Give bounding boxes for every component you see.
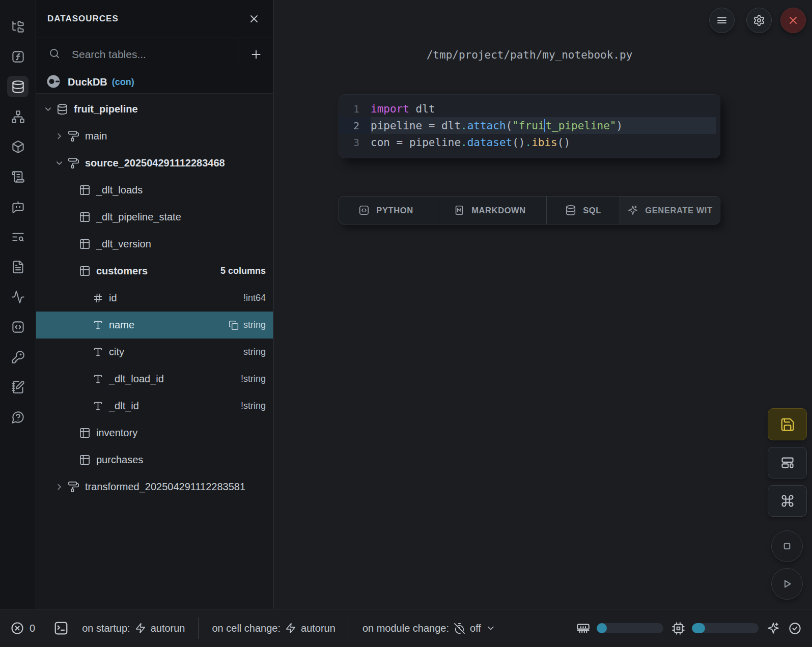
- panel-title: DATASOURCES: [47, 14, 119, 24]
- ai-sparkles-button[interactable]: [767, 622, 780, 635]
- tree-item-_dlt_load_id[interactable]: _dlt_load_id!string: [36, 365, 273, 392]
- health-check-button[interactable]: [788, 622, 802, 635]
- chevron-down-icon[interactable]: [486, 623, 496, 633]
- save-button[interactable]: [768, 408, 807, 440]
- table-icon: [79, 238, 91, 250]
- search-icon: [48, 47, 61, 60]
- notebook-pen-icon: [11, 380, 25, 394]
- close-panel-button[interactable]: [246, 11, 262, 26]
- zap-icon: [285, 623, 296, 634]
- activity-item-box[interactable]: [7, 136, 29, 157]
- status-bar: 0 on startup: autorun on cell change: au…: [0, 609, 812, 647]
- error-count: 0: [30, 623, 35, 634]
- help-circle-icon: [11, 410, 25, 424]
- code-lines: 1import dlt2pipeline = dlt.attach("fruit…: [339, 100, 720, 151]
- activity-item-scroll-text[interactable]: [7, 166, 29, 187]
- connection-row-duckdb[interactable]: DuckDB (con): [36, 71, 273, 94]
- layout-button[interactable]: [768, 447, 807, 479]
- search-input[interactable]: [71, 48, 239, 61]
- code-line-3[interactable]: 3con = pipeline.dataset().ibis(): [339, 134, 720, 151]
- add-cell-button-group: PYTHON MARKDOWN SQL GENERATE WIT: [339, 196, 720, 224]
- add-datasource-button[interactable]: [239, 38, 273, 71]
- activity-icon: [11, 290, 25, 304]
- activity-item-notebook-pen[interactable]: [7, 376, 29, 398]
- interrupt-button[interactable]: [771, 530, 803, 562]
- code-line-2[interactable]: 2pipeline = dlt.attach("fruit_pipeline"): [339, 117, 720, 134]
- circle-x-icon: [10, 621, 24, 635]
- circle-x-icon: [10, 621, 24, 635]
- activity-item-bot-message[interactable]: [7, 196, 29, 217]
- tree-item-main[interactable]: main: [36, 123, 273, 150]
- activity-item-key-round[interactable]: [7, 346, 29, 368]
- type-icon: [93, 347, 103, 357]
- table-icon: [79, 265, 91, 277]
- generate-with-ai-button[interactable]: GENERATE WIT: [620, 196, 720, 224]
- x-icon: [248, 13, 260, 25]
- tree-item-name[interactable]: namestring: [36, 312, 273, 339]
- circle-check-icon: [788, 622, 802, 635]
- code-line-1[interactable]: 1import dlt: [339, 100, 720, 117]
- folder-tree-icon: [11, 20, 25, 34]
- scroll-text-icon: [11, 170, 25, 184]
- plus-icon: [249, 48, 263, 61]
- tree-item-fruit_pipeline[interactable]: fruit_pipeline: [36, 96, 273, 123]
- search-box[interactable]: [36, 38, 239, 71]
- tree-item-id[interactable]: id!int64: [36, 285, 273, 312]
- timer-off-icon: [454, 623, 465, 634]
- on-module-change-setting[interactable]: on module change: off: [349, 623, 509, 634]
- database-icon: [565, 205, 576, 216]
- settings-button[interactable]: [746, 8, 772, 33]
- tree-item-_dlt_version[interactable]: _dlt_version: [36, 231, 273, 258]
- activity-item-database[interactable]: [7, 76, 29, 97]
- table-icon: [79, 184, 91, 196]
- menu-icon: [716, 14, 728, 26]
- play-icon: [780, 577, 794, 591]
- add-sql-cell-button[interactable]: SQL: [547, 196, 620, 224]
- activity-item-file-text[interactable]: [7, 256, 29, 277]
- on-startup-setting[interactable]: on startup: autorun: [69, 623, 198, 634]
- command-palette-button[interactable]: [768, 485, 807, 517]
- activity-item-function-square[interactable]: [7, 46, 29, 67]
- tree-item-city[interactable]: citystring: [36, 339, 273, 365]
- tree-item-inventory[interactable]: inventory: [36, 419, 273, 446]
- paint-roller-icon: [68, 481, 79, 493]
- terminal-button[interactable]: [53, 621, 69, 636]
- paint-roller-icon: [68, 157, 79, 169]
- square-terminal-icon: [53, 621, 69, 636]
- tree-item-purchases[interactable]: purchases: [36, 446, 273, 473]
- notebook-path: /tmp/project/path/my_notebook.py: [339, 49, 720, 61]
- activity-item-code-square[interactable]: [7, 316, 29, 337]
- add-python-cell-button[interactable]: PYTHON: [339, 196, 433, 224]
- table-icon: [79, 427, 91, 439]
- tree-item-source_202504291112283468[interactable]: source_202504291112283468: [36, 150, 273, 177]
- zap-icon: [285, 623, 296, 634]
- activity-item-help-circle[interactable]: [7, 406, 29, 428]
- text-search-icon: [11, 230, 25, 244]
- code-square-icon: [11, 320, 25, 334]
- key-round-icon: [11, 350, 25, 364]
- sparkles-icon: [767, 622, 780, 635]
- close-app-button[interactable]: [780, 8, 806, 33]
- activity-item-activity[interactable]: [7, 286, 29, 307]
- on-cell-change-setting[interactable]: on cell change: autorun: [199, 623, 348, 634]
- activity-item-text-search[interactable]: [7, 226, 29, 247]
- settings-icon: [753, 14, 765, 26]
- markdown-icon: [454, 205, 465, 216]
- run-button[interactable]: [771, 568, 803, 600]
- add-markdown-cell-button[interactable]: MARKDOWN: [433, 196, 547, 224]
- tree-item-transformed_202504291112283581[interactable]: transformed_202504291112283581: [36, 473, 273, 500]
- tree-item-_dlt_pipeline_state[interactable]: _dlt_pipeline_state: [36, 204, 273, 231]
- hash-icon: [93, 293, 103, 303]
- code-cell[interactable]: 1import dlt2pipeline = dlt.attach("fruit…: [339, 94, 720, 158]
- error-indicator[interactable]: 0: [10, 621, 35, 635]
- tree-item-_dlt_id[interactable]: _dlt_id!string: [36, 392, 273, 419]
- tree-item-customers[interactable]: customers5 columns: [36, 258, 273, 285]
- activity-item-folder-tree[interactable]: [7, 16, 29, 37]
- search-icon: [48, 47, 61, 62]
- tree-item-_dlt_loads[interactable]: _dlt_loads: [36, 177, 273, 204]
- activity-item-network[interactable]: [7, 106, 29, 127]
- connection-alias: (con): [112, 77, 134, 88]
- menu-button[interactable]: [709, 8, 735, 33]
- stop-square-icon: [780, 539, 794, 553]
- sparkles-icon: [627, 205, 638, 216]
